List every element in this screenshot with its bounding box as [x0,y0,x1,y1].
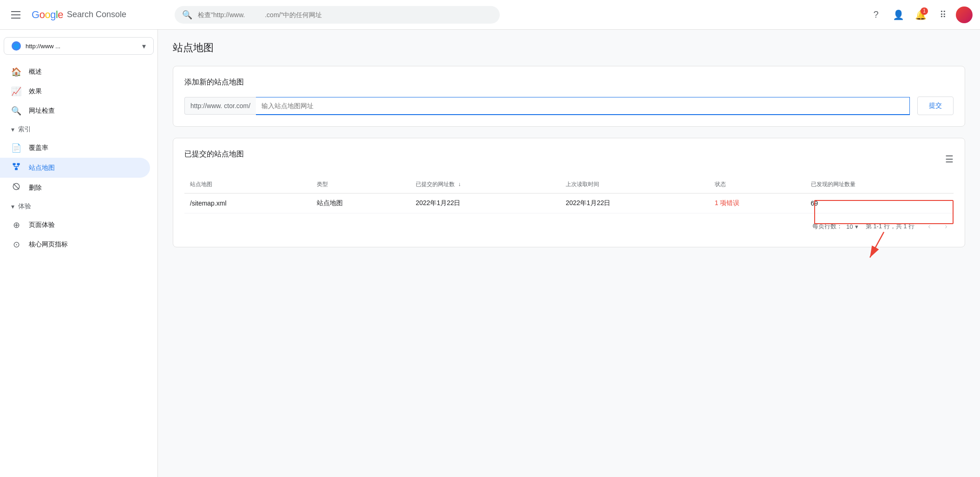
sitemaps-table-wrapper: 站点地图 类型 已提交的网址数 ↓ 上次读取时间 [184,176,954,236]
apps-button[interactable]: ⠿ [934,6,952,24]
add-sitemap-card: 添加新的站点地图 http://www. ctor.com/ 提交 [173,66,965,127]
account-circle-icon: 👤 [893,9,904,20]
property-selector[interactable]: 🌐 http://www ... ▾ [4,37,154,55]
col-sitemap: 站点地图 [184,176,311,193]
submitted-sitemaps-title: 已提交的站点地图 [184,149,244,159]
help-icon: ? [873,9,878,20]
submit-button[interactable]: 提交 [917,97,954,115]
sidebar-item-label: 概述 [29,68,42,76]
table-row[interactable]: /sitemap.xml 站点地图 2022年1月22日 2022年1月22日 … [184,193,954,213]
sidebar-item-core-web-vitals[interactable]: ⊙ 核心网页指标 [0,235,150,254]
expand-icon: ▾ [11,126,14,133]
logo-area: Google Search Console [32,9,126,21]
experience-section-label: 体验 [18,202,31,211]
col-last-read: 上次读取时间 [560,176,709,193]
sidebar-item-label: 删除 [29,184,42,192]
svg-rect-1 [17,163,20,166]
experience-section-toggle[interactable]: ▾ 体验 [0,198,157,215]
page-experience-icon: ⊕ [11,220,21,230]
svg-line-8 [13,184,19,189]
filter-icon[interactable]: ☰ [945,154,954,165]
search-bar[interactable]: 🔍 [175,6,500,24]
chevron-down-icon: ▾ [142,42,146,51]
sidebar-item-overview[interactable]: 🏠 概述 [0,62,150,82]
main-content: 站点地图 添加新的站点地图 http://www. ctor.com/ 提交 已… [158,30,980,477]
notification-count: 1 [921,7,928,15]
sitemap-path: /sitemap.xml [184,193,311,213]
sidebar-item-performance[interactable]: 📈 效果 [0,82,150,101]
table-header: 站点地图 类型 已提交的网址数 ↓ 上次读取时间 [184,176,954,193]
table-body: /sitemap.xml 站点地图 2022年1月22日 2022年1月22日 … [184,193,954,213]
grid-icon: ⠿ [940,9,947,20]
sidebar-item-sitemaps[interactable]: 站点地图 [0,158,150,178]
col-type: 类型 [311,176,410,193]
next-page-button[interactable]: › [939,219,954,234]
sitemaps-table-container: 站点地图 类型 已提交的网址数 ↓ 上次读取时间 [184,176,954,213]
submitted-sitemaps-card: 已提交的站点地图 ☰ 站点地图 类型 [173,138,965,247]
chevron-down-icon: ▾ [855,223,858,230]
help-button[interactable]: ? [867,6,885,24]
sidebar-item-label: 效果 [29,87,42,96]
index-section-label: 索引 [18,125,31,134]
sitemap-icon [11,162,21,173]
sidebar-item-label: 页面体验 [29,221,55,229]
search-input[interactable] [198,11,492,19]
sidebar-item-removals[interactable]: 删除 [0,178,150,198]
coverage-icon: 📄 [11,143,21,153]
sitemap-input-row: http://www. ctor.com/ 提交 [184,97,954,115]
expand-icon: ▾ [11,203,14,210]
sidebar-item-label: 覆盖率 [29,144,48,152]
sitemap-url-prefix: http://www. ctor.com/ [184,97,256,115]
status-error-text: 1 项错误 [715,199,740,206]
rows-per-page-label: 每页行数： [812,222,843,231]
account-settings-button[interactable]: 👤 [889,6,908,24]
page-title: 站点地图 [173,41,965,55]
index-section-toggle[interactable]: ▾ 索引 [0,121,157,138]
sitemap-url-input[interactable] [256,97,910,115]
col-discovered-urls: 已发现的网址数量 [805,176,954,193]
sidebar-item-url-inspection[interactable]: 🔍 网址检查 [0,101,150,121]
app-title: Search Console [67,10,126,19]
search-icon: 🔍 [11,106,21,116]
sidebar-item-page-experience[interactable]: ⊕ 页面体验 [0,215,150,235]
sitemap-status: 1 项错误 [709,193,805,213]
sitemap-last-read: 2022年1月22日 [560,193,709,213]
svg-rect-2 [15,168,18,170]
sidebar-item-label: 核心网页指标 [29,240,68,249]
col-status: 状态 [709,176,805,193]
header-left: Google Search Console [7,7,165,22]
property-url: http://www ... [26,43,137,50]
hamburger-menu-button[interactable] [7,7,24,22]
pagination-nav: ‹ › [922,219,954,234]
sitemap-submitted-date: 2022年1月22日 [410,193,560,213]
sort-desc-icon: ↓ [458,181,461,187]
sitemaps-table: 站点地图 类型 已提交的网址数 ↓ 上次读取时间 [184,176,954,213]
notifications-button[interactable]: 🔔 1 [911,6,930,24]
add-sitemap-card-title: 添加新的站点地图 [184,77,954,87]
rows-per-page-select[interactable]: 10 ▾ [846,223,858,230]
card-header-row: 已提交的站点地图 ☰ [184,149,954,168]
sitemap-type: 站点地图 [311,193,410,213]
rows-per-page: 每页行数： 10 ▾ [812,222,858,231]
header: Google Search Console 🔍 ? 👤 🔔 1 ⠿ [0,0,980,30]
remove-icon [11,182,21,193]
sidebar-item-label: 网址检查 [29,107,55,115]
sitemap-discovered-urls: 69 [805,193,954,213]
prev-page-button[interactable]: ‹ [922,219,937,234]
layout: 🌐 http://www ... ▾ 🏠 概述 📈 效果 🔍 网址检查 ▾ 索引… [0,30,980,477]
svg-rect-0 [13,163,16,166]
search-icon: 🔍 [182,10,192,20]
sidebar: 🌐 http://www ... ▾ 🏠 概述 📈 效果 🔍 网址检查 ▾ 索引… [0,30,158,477]
property-icon: 🌐 [12,41,21,51]
sidebar-item-label: 站点地图 [29,164,55,172]
avatar[interactable] [956,6,973,23]
google-logo: Google [32,9,63,21]
pagination-info: 第 1-1 行，共 1 行 [866,222,915,231]
home-icon: 🏠 [11,67,21,77]
trending-up-icon: 📈 [11,86,21,97]
header-actions: ? 👤 🔔 1 ⠿ [867,6,973,24]
col-submitted-urls[interactable]: 已提交的网址数 ↓ [410,176,560,193]
sidebar-item-coverage[interactable]: 📄 覆盖率 [0,138,150,158]
svg-line-10 [870,232,884,258]
pagination-row: 每页行数： 10 ▾ 第 1-1 行，共 1 行 ‹ › [184,213,954,236]
